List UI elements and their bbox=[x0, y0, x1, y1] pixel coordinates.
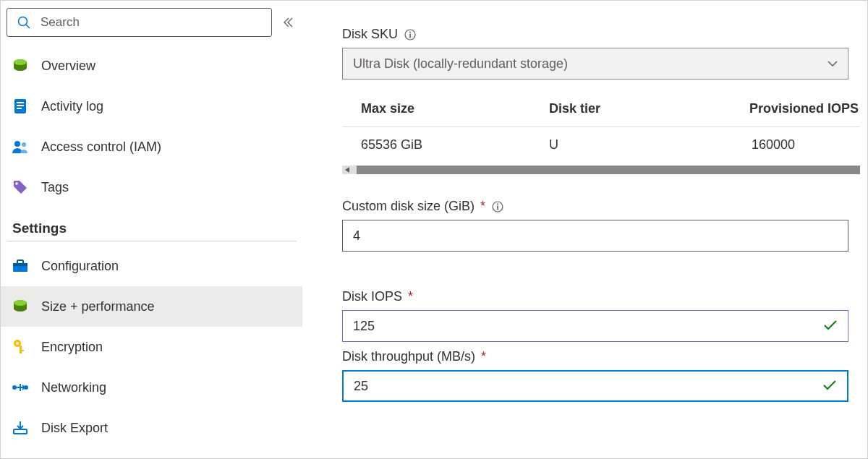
svg-rect-5 bbox=[17, 102, 24, 103]
svg-point-9 bbox=[22, 142, 26, 147]
svg-point-17 bbox=[16, 342, 19, 345]
log-icon bbox=[11, 97, 30, 116]
info-icon[interactable] bbox=[404, 28, 417, 41]
required-marker: * bbox=[481, 349, 486, 364]
svg-line-1 bbox=[26, 25, 30, 28]
custom-disk-size-input[interactable] bbox=[342, 220, 848, 252]
disk-icon bbox=[11, 56, 30, 75]
sku-table: Max size Disk tier Provisioned IOPS 6553… bbox=[342, 91, 860, 163]
sidebar-item-label: Tags bbox=[41, 180, 69, 195]
cell-provisioned-iops: 160000 bbox=[730, 137, 860, 153]
svg-rect-19 bbox=[22, 350, 24, 351]
people-icon bbox=[11, 137, 30, 156]
sidebar-item-label: Networking bbox=[41, 380, 106, 395]
main-panel: Disk SKU Ultra Disk (locally-redundant s… bbox=[303, 1, 867, 458]
sidebar-item-encryption[interactable]: Encryption bbox=[1, 327, 302, 367]
custom-disk-size-field[interactable] bbox=[353, 228, 838, 244]
sidebar-item-label: Activity log bbox=[41, 99, 103, 114]
search-box[interactable] bbox=[7, 8, 272, 37]
svg-rect-25 bbox=[409, 33, 411, 38]
col-provisioned-iops: Provisioned IOPS bbox=[730, 101, 860, 116]
svg-point-24 bbox=[409, 31, 411, 33]
table-header: Max size Disk tier Provisioned IOPS bbox=[342, 91, 860, 127]
sidebar-item-label: Size + performance bbox=[41, 299, 155, 314]
sidebar-item-label: Encryption bbox=[41, 340, 103, 355]
cell-disk-tier: U bbox=[549, 137, 730, 153]
sidebar-item-label: Configuration bbox=[41, 259, 119, 274]
required-marker: * bbox=[480, 199, 485, 214]
sidebar-item-disk-export[interactable]: Disk Export bbox=[1, 408, 302, 448]
horizontal-scrollbar[interactable] bbox=[342, 166, 860, 174]
table-row[interactable]: 65536 GiB U 160000 bbox=[342, 127, 860, 163]
scrollbar-thumb[interactable] bbox=[357, 166, 860, 174]
iops-label: Disk IOPS bbox=[342, 289, 402, 304]
disk-iops-field[interactable] bbox=[353, 319, 823, 334]
sidebar-item-networking[interactable]: Networking bbox=[1, 367, 302, 408]
info-icon[interactable] bbox=[491, 200, 504, 213]
sidebar-item-label: Overview bbox=[41, 59, 95, 74]
check-icon bbox=[822, 378, 837, 395]
disk-sku-select[interactable]: Ultra Disk (locally-redundant storage) bbox=[342, 48, 848, 80]
sidebar-item-tags[interactable]: Tags bbox=[1, 167, 302, 207]
svg-point-3 bbox=[14, 59, 27, 65]
iops-label-row: Disk IOPS * bbox=[342, 289, 867, 304]
disk-sku-value: Ultra Disk (locally-redundant storage) bbox=[353, 56, 568, 72]
sidebar-item-access-control[interactable]: Access control (IAM) bbox=[1, 126, 302, 167]
check-icon bbox=[823, 318, 838, 335]
throughput-label: Disk throughput (MB/s) bbox=[342, 349, 475, 364]
sidebar-item-label: Disk Export bbox=[41, 421, 108, 436]
col-max-size: Max size bbox=[361, 101, 549, 116]
required-marker: * bbox=[408, 289, 413, 304]
custom-size-label: Custom disk size (GiB) bbox=[342, 199, 475, 214]
sidebar-item-label: Access control (IAM) bbox=[41, 140, 161, 155]
svg-point-10 bbox=[15, 182, 18, 185]
svg-rect-22 bbox=[14, 429, 27, 434]
collapse-sidebar-button[interactable] bbox=[279, 17, 297, 28]
custom-size-label-row: Custom disk size (GiB) * bbox=[342, 199, 867, 214]
toolbox-icon bbox=[11, 257, 30, 275]
throughput-label-row: Disk throughput (MB/s) * bbox=[342, 349, 867, 364]
svg-rect-18 bbox=[20, 346, 22, 353]
svg-point-15 bbox=[14, 300, 27, 306]
svg-point-0 bbox=[19, 17, 27, 26]
col-disk-tier: Disk tier bbox=[549, 101, 730, 116]
svg-point-20 bbox=[12, 385, 17, 390]
svg-rect-6 bbox=[17, 105, 24, 106]
disk-throughput-input[interactable] bbox=[342, 370, 848, 402]
svg-rect-28 bbox=[497, 205, 498, 210]
sidebar-item-activity-log[interactable]: Activity log bbox=[1, 86, 302, 126]
tag-icon bbox=[11, 178, 30, 197]
sidebar-item-overview[interactable]: Overview bbox=[1, 46, 302, 86]
key-icon bbox=[11, 338, 30, 356]
sidebar: Overview Activity log Access control (IA… bbox=[1, 1, 303, 458]
cell-max-size: 65536 GiB bbox=[361, 137, 549, 153]
settings-header: Settings bbox=[7, 207, 297, 241]
disk-sku-label: Disk SKU bbox=[342, 27, 398, 42]
search-row bbox=[1, 8, 302, 37]
svg-rect-13 bbox=[17, 260, 23, 264]
disk-icon bbox=[11, 297, 30, 316]
sidebar-item-configuration[interactable]: Configuration bbox=[1, 246, 302, 286]
chevron-down-icon bbox=[827, 56, 838, 72]
network-icon bbox=[11, 378, 30, 397]
disk-throughput-field[interactable] bbox=[354, 379, 822, 394]
svg-point-8 bbox=[14, 141, 20, 147]
disk-iops-input[interactable] bbox=[342, 310, 848, 342]
svg-rect-7 bbox=[17, 108, 22, 109]
search-icon bbox=[14, 13, 33, 32]
svg-point-27 bbox=[497, 203, 498, 205]
search-input[interactable] bbox=[41, 15, 264, 30]
scroll-left-icon[interactable] bbox=[342, 166, 352, 174]
sidebar-item-size-performance[interactable]: Size + performance bbox=[1, 286, 302, 327]
export-icon bbox=[11, 419, 30, 437]
disk-sku-label-row: Disk SKU bbox=[342, 27, 867, 42]
